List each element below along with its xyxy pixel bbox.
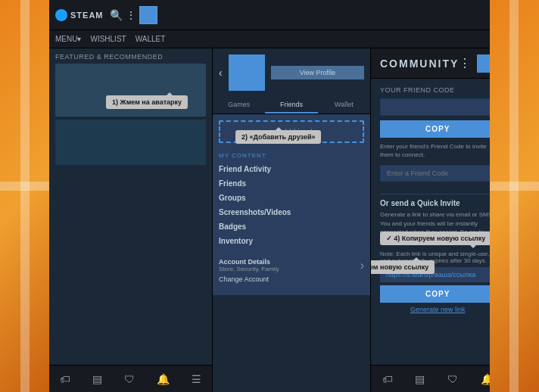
friend-code-section: Your Friend Code COPY Enter your friend'…: [371, 79, 490, 365]
tag-icon[interactable]: 🏷: [60, 373, 70, 385]
profile-dropdown: ‹ View Profile 2) «Добавить друзей» Game…: [213, 48, 370, 295]
account-label: Account Details: [219, 258, 279, 266]
shield-icon[interactable]: 🛡: [124, 373, 135, 385]
tooltip-2: 2) «Добавить друзей»: [235, 130, 321, 144]
tooltip-1-text: 1) Жмем на аватарку: [112, 98, 182, 106]
generate-new-link[interactable]: Generate new link: [380, 306, 490, 313]
steam-logo-icon: [55, 9, 67, 21]
menu-icon[interactable]: ⋮: [126, 9, 136, 21]
content-row: 1) Жмем на аватарку FEATURED & RECOMMEND…: [49, 48, 490, 392]
avatar[interactable]: [139, 6, 157, 24]
account-sub: Store, Security, Family: [219, 266, 279, 272]
tooltip-4-icon: ✓: [386, 235, 392, 242]
list-icon-right[interactable]: ▤: [415, 373, 425, 385]
friend-activity-item[interactable]: Friend Activity: [219, 162, 364, 176]
tab-wishlist[interactable]: WISHLIST: [90, 35, 126, 43]
steam-header: STEAM 🔍 ⋮: [49, 0, 490, 30]
groups-item[interactable]: Groups: [219, 191, 364, 205]
left-panel: 1) Жмем на аватарку FEATURED & RECOMMEND…: [49, 48, 212, 392]
community-avatar[interactable]: [477, 54, 490, 73]
tab-friends[interactable]: Friends: [265, 97, 317, 114]
tooltip-3: 3) Создаем новую ссылку: [371, 260, 435, 274]
arrow-icon: ›: [360, 259, 364, 272]
bell-icon[interactable]: 🔔: [157, 373, 170, 385]
my-content-label: MY CONTENT: [219, 152, 364, 159]
copy-button-2[interactable]: COPY: [380, 285, 490, 303]
divider: [380, 194, 490, 194]
community-title: COMMUNITY: [380, 58, 459, 70]
bell-icon-right[interactable]: 🔔: [481, 373, 490, 385]
change-account-item[interactable]: Change Account: [219, 272, 364, 286]
tab-wallet[interactable]: WALLET: [136, 35, 166, 43]
bottom-nav-right: 🏷 ▤ 🛡 🔔: [371, 365, 490, 392]
badges-item[interactable]: Badges: [219, 219, 364, 234]
copy-button-1[interactable]: COPY: [380, 120, 490, 138]
shield-icon-right[interactable]: 🛡: [447, 373, 458, 385]
featured-image-2[interactable]: [55, 120, 206, 165]
tab-games[interactable]: Games: [213, 97, 265, 114]
middle-panel: steamgifts ‹ View Profile 2) «Добавить д…: [212, 48, 371, 392]
featured-images: [49, 64, 212, 165]
quick-invite-label: Or send a Quick Invite: [380, 199, 490, 207]
account-details[interactable]: Account Details Store, Security, Family: [219, 258, 279, 272]
tag-icon-right[interactable]: 🏷: [382, 373, 393, 385]
tab-wallet[interactable]: Wallet: [318, 97, 370, 114]
inventory-item[interactable]: Inventory: [219, 234, 364, 248]
nav-tabs: MENU▾ WISHLIST WALLET: [49, 30, 490, 48]
main-content: STEAM 🔍 ⋮ MENU▾ WISHLIST WALLET 1) Жмем …: [49, 0, 490, 392]
right-panel: COMMUNITY ⋮ Your Friend Code COPY Enter …: [371, 48, 490, 392]
profile-avatar[interactable]: [229, 54, 265, 91]
account-section: Account Details Store, Security, Family …: [213, 254, 370, 289]
tooltip-4: ✓ 4) Копируем новую ссылку: [380, 232, 490, 245]
ribbon-horizontal-left: [0, 182, 49, 191]
ribbon-vertical-right: [509, 0, 519, 392]
my-content-section: MY CONTENT Friend Activity Friends Group…: [213, 149, 370, 251]
community-header: COMMUNITY ⋮: [371, 48, 490, 79]
list-icon[interactable]: ▤: [92, 373, 102, 385]
view-profile-button[interactable]: View Profile: [271, 66, 364, 79]
ribbon-horizontal-right: [490, 182, 539, 191]
gift-decoration-right: [490, 0, 539, 392]
menu-icon-bottom[interactable]: ☰: [192, 373, 201, 385]
tooltip-4-text: 4) Копируем новую ссылку: [394, 235, 485, 242]
steam-logo-text: STEAM: [70, 11, 104, 20]
steam-logo: STEAM: [55, 9, 104, 21]
profile-tabs: Games Friends Wallet: [213, 97, 370, 114]
community-menu-icon[interactable]: ⋮: [459, 56, 471, 70]
ribbon-vertical-left: [20, 0, 30, 392]
friend-code-label: Your Friend Code: [380, 86, 490, 94]
tooltip-2-text: 2) «Добавить друзей»: [241, 133, 315, 141]
tooltip-1: 1) Жмем на аватарку: [106, 95, 188, 109]
friends-item[interactable]: Friends: [219, 176, 364, 191]
search-icon[interactable]: 🔍: [110, 9, 123, 21]
featured-label: FEATURED & RECOMMENDED: [49, 48, 212, 64]
back-arrow-icon[interactable]: ‹: [219, 67, 223, 79]
gift-decoration-left: [0, 0, 49, 392]
screenshots-item[interactable]: Screenshots/Videos: [219, 205, 364, 219]
invite-description: Enter your friend's Friend Code to invit…: [380, 142, 490, 159]
enter-friend-code-input[interactable]: [380, 165, 490, 182]
friend-code-input[interactable]: [380, 98, 490, 116]
profile-header: ‹ View Profile: [213, 48, 370, 97]
tooltip-3-text: 3) Создаем новую ссылку: [371, 263, 428, 271]
bottom-nav-left: 🏷 ▤ 🛡 🔔 ☰: [49, 365, 212, 392]
tab-menu[interactable]: MENU▾: [55, 35, 81, 43]
